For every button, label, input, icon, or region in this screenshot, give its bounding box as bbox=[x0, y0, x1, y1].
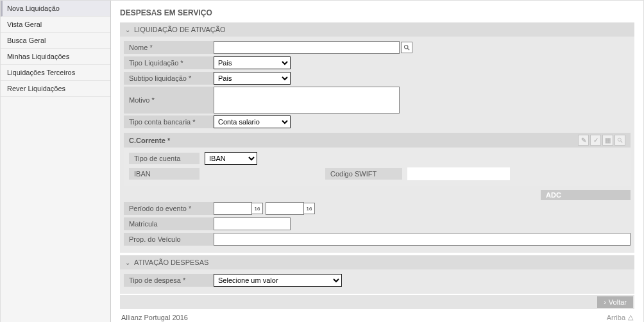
tipo-conta-select[interactable]: Conta salario bbox=[214, 115, 291, 128]
main-content: DESPESAS EM SERVIÇO ⌄ LIQUIDAÇÃO DE ATIV… bbox=[111, 1, 643, 322]
sidebar-item-vista-geral[interactable]: Vista Geral bbox=[1, 17, 110, 33]
calendar-icon[interactable]: 16 bbox=[251, 203, 263, 214]
panel-title: ATIVAÇÃO DESPESAS bbox=[134, 258, 208, 266]
tipo-despesa-select[interactable]: Selecione um valor bbox=[214, 274, 342, 287]
label-motivo: Motivo * bbox=[124, 87, 214, 114]
subtipo-liquidacao-select[interactable]: Pais bbox=[214, 72, 291, 85]
sidebar-item-label: Vista Geral bbox=[7, 21, 42, 28]
sidebar-item-label: Busca Geral bbox=[7, 37, 46, 44]
chevron-down-icon: ⌄ bbox=[125, 259, 130, 266]
motivo-textarea[interactable] bbox=[214, 87, 400, 114]
voltar-label: Voltar bbox=[609, 298, 627, 306]
chevron-right-icon: › bbox=[604, 298, 606, 306]
label-subtipo-liquidacao: Subtipo liquidação * bbox=[124, 72, 214, 85]
label-iban: IBAN bbox=[129, 168, 199, 180]
periodo-from-input[interactable] bbox=[214, 202, 252, 215]
svg-point-0 bbox=[404, 45, 408, 49]
swift-input[interactable] bbox=[407, 167, 510, 180]
svg-line-3 bbox=[621, 141, 622, 142]
periodo-to-input[interactable] bbox=[266, 202, 304, 215]
label-periodo: Período do evento * bbox=[124, 202, 214, 215]
chevron-down-icon: ⌄ bbox=[125, 26, 130, 33]
label-tipo-liquidacao: Tipo Liquidação * bbox=[124, 56, 214, 69]
tipo-cuenta-select[interactable]: IBAN bbox=[205, 152, 257, 165]
svg-point-2 bbox=[618, 138, 621, 141]
sidebar-item-minhas-liquidacoes[interactable]: Minhas Liquidações bbox=[1, 49, 110, 65]
label-nome: Nome * bbox=[124, 41, 214, 54]
arriba-label: Arriba bbox=[607, 314, 625, 321]
search-icon[interactable] bbox=[401, 42, 412, 53]
back-to-top-button[interactable]: Arriba △ bbox=[607, 313, 633, 321]
label-matricula: Matricula bbox=[124, 217, 214, 230]
search-icon[interactable] bbox=[614, 135, 625, 146]
sidebar-item-rever-liquidacoes[interactable]: Rever Liquidações bbox=[1, 81, 110, 97]
prop-veiculo-input[interactable] bbox=[214, 233, 631, 246]
panel-body-ativacao: Tipo de despesa * Selecione um valor bbox=[120, 269, 634, 294]
sidebar-item-liquidacoes-terceiros[interactable]: Liquidações Terceiros bbox=[1, 65, 110, 81]
calendar-icon[interactable]: 16 bbox=[303, 203, 315, 214]
matricula-input[interactable] bbox=[214, 217, 291, 230]
tag-icon[interactable]: ▦ bbox=[602, 135, 613, 146]
sidebar-item-label: Rever Liquidações bbox=[7, 85, 65, 92]
adc-button[interactable]: ADC bbox=[541, 190, 631, 200]
tipo-liquidacao-select[interactable]: Pais bbox=[214, 56, 291, 69]
sidebar-item-label: Minhas Liquidações bbox=[7, 53, 69, 60]
voltar-button[interactable]: › Voltar bbox=[597, 296, 633, 308]
subpanel-title: C.Corrente * bbox=[129, 137, 170, 144]
label-tipo-conta: Tipo conta bancaria * bbox=[124, 115, 214, 128]
check-icon[interactable]: ✓ bbox=[590, 135, 601, 146]
sidebar-item-label: Nova Liquidação bbox=[7, 4, 60, 12]
panel-head-liquidacao[interactable]: ⌄ LIQUIDAÇÃO DE ATIVAÇÃO bbox=[120, 22, 634, 37]
sidebar-item-busca-geral[interactable]: Busca Geral bbox=[1, 33, 110, 49]
label-swift: Codigo SWIFT bbox=[325, 168, 402, 180]
nome-input[interactable] bbox=[214, 41, 400, 54]
label-tipo-cuenta: Tipo de cuenta bbox=[129, 153, 199, 164]
label-tipo-despesa: Tipo de despesa * bbox=[124, 274, 214, 287]
footer-copyright: Allianz Portugal 2016 bbox=[121, 314, 188, 321]
edit-icon[interactable]: ✎ bbox=[578, 135, 589, 146]
triangle-up-icon: △ bbox=[628, 313, 633, 321]
panel-head-ativacao[interactable]: ⌄ ATIVAÇÃO DESPESAS bbox=[120, 255, 634, 269]
svg-line-1 bbox=[408, 49, 410, 51]
subpanel-ccorrente: C.Corrente * ✎ ✓ ▦ Tipo de cuenta bbox=[124, 133, 631, 186]
sidebar-item-nova-liquidacao[interactable]: Nova Liquidação bbox=[1, 1, 110, 17]
panel-body-liquidacao: Nome * Tipo Liquidação * Pais Subtipo li… bbox=[120, 37, 634, 253]
sidebar-item-label: Liquidações Terceiros bbox=[7, 69, 75, 76]
label-prop-veiculo: Prop. do Veículo bbox=[124, 233, 214, 246]
panel-title: LIQUIDAÇÃO DE ATIVAÇÃO bbox=[134, 26, 226, 33]
sidebar: Nova Liquidação Vista Geral Busca Geral … bbox=[1, 1, 111, 322]
page-title: DESPESAS EM SERVIÇO bbox=[120, 6, 634, 22]
